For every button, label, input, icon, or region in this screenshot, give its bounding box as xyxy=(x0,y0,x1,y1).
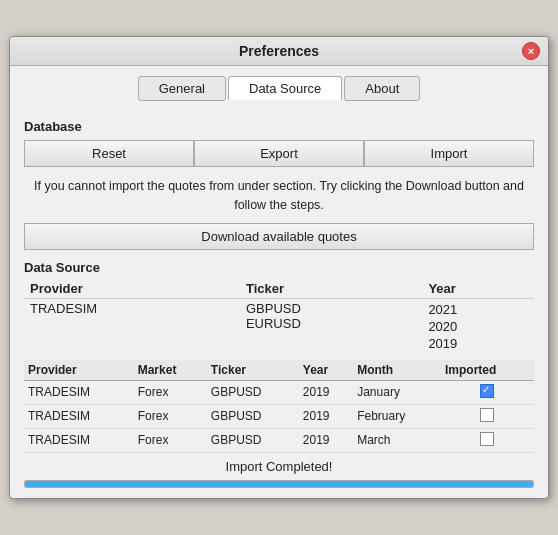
year-2019: 2019 xyxy=(428,335,528,352)
main-content: Database Reset Export Import If you cann… xyxy=(10,107,548,498)
cell-imported[interactable] xyxy=(441,380,534,404)
cell-ticker: GBPUSD xyxy=(207,428,299,452)
year-2020: 2020 xyxy=(428,318,528,335)
cell-year: 2019 xyxy=(299,380,353,404)
col-year: Year xyxy=(422,279,534,299)
import-col-month: Month xyxy=(353,360,441,381)
import-col-provider: Provider xyxy=(24,360,134,381)
year-2021: 2021 xyxy=(428,301,528,318)
col-provider: Provider xyxy=(24,279,240,299)
tab-bar: General Data Source About xyxy=(10,66,548,107)
cell-month: February xyxy=(353,404,441,428)
cell-year: 2019 xyxy=(299,428,353,452)
provider-name: TRADESIM xyxy=(24,298,240,354)
tab-about[interactable]: About xyxy=(344,76,420,101)
table-row: TRADESIM Forex GBPUSD 2019 January xyxy=(24,380,534,404)
cell-year: 2019 xyxy=(299,404,353,428)
database-section-header: Database xyxy=(24,119,534,134)
window-title: Preferences xyxy=(239,43,319,59)
checkbox-unchecked[interactable] xyxy=(480,408,494,422)
provider-row: TRADESIM GBPUSD EURUSD 2021 2020 2019 xyxy=(24,298,534,354)
download-quotes-button[interactable]: Download available quotes xyxy=(24,223,534,250)
cell-provider: TRADESIM xyxy=(24,380,134,404)
close-button[interactable]: × xyxy=(522,42,540,60)
progress-bar xyxy=(24,480,534,488)
col-ticker: Ticker xyxy=(240,279,422,299)
info-text: If you cannot import the quotes from und… xyxy=(24,177,534,215)
cell-ticker: GBPUSD xyxy=(207,380,299,404)
preferences-window: Preferences × General Data Source About … xyxy=(9,36,549,499)
export-button[interactable]: Export xyxy=(194,140,364,167)
database-buttons: Reset Export Import xyxy=(24,140,534,167)
import-table: Provider Market Ticker Year Month Import… xyxy=(24,360,534,453)
import-button[interactable]: Import xyxy=(364,140,534,167)
cell-market: Forex xyxy=(134,380,207,404)
cell-ticker: GBPUSD xyxy=(207,404,299,428)
cell-provider: TRADESIM xyxy=(24,428,134,452)
cell-market: Forex xyxy=(134,428,207,452)
tab-datasource[interactable]: Data Source xyxy=(228,76,342,101)
provider-table: Provider Ticker Year TRADESIM GBPUSD EUR… xyxy=(24,279,534,354)
cell-month: March xyxy=(353,428,441,452)
tab-general[interactable]: General xyxy=(138,76,226,101)
table-row: TRADESIM Forex GBPUSD 2019 March xyxy=(24,428,534,452)
checkbox-unchecked[interactable] xyxy=(480,432,494,446)
cell-month: January xyxy=(353,380,441,404)
table-row: TRADESIM Forex GBPUSD 2019 February xyxy=(24,404,534,428)
cell-imported[interactable] xyxy=(441,404,534,428)
datasource-section: Data Source Provider Ticker Year TRADESI… xyxy=(24,260,534,488)
import-col-ticker: Ticker xyxy=(207,360,299,381)
datasource-header: Data Source xyxy=(24,260,534,275)
cell-provider: TRADESIM xyxy=(24,404,134,428)
checkbox-checked[interactable] xyxy=(480,384,494,398)
reset-button[interactable]: Reset xyxy=(24,140,194,167)
cell-imported[interactable] xyxy=(441,428,534,452)
import-col-market: Market xyxy=(134,360,207,381)
progress-bar-fill xyxy=(25,481,533,487)
import-col-year: Year xyxy=(299,360,353,381)
ticker-list: GBPUSD EURUSD xyxy=(240,298,422,354)
import-col-imported: Imported xyxy=(441,360,534,381)
cell-market: Forex xyxy=(134,404,207,428)
year-list: 2021 2020 2019 xyxy=(422,298,534,354)
titlebar: Preferences × xyxy=(10,37,548,66)
import-status-label: Import Completed! xyxy=(24,459,534,474)
